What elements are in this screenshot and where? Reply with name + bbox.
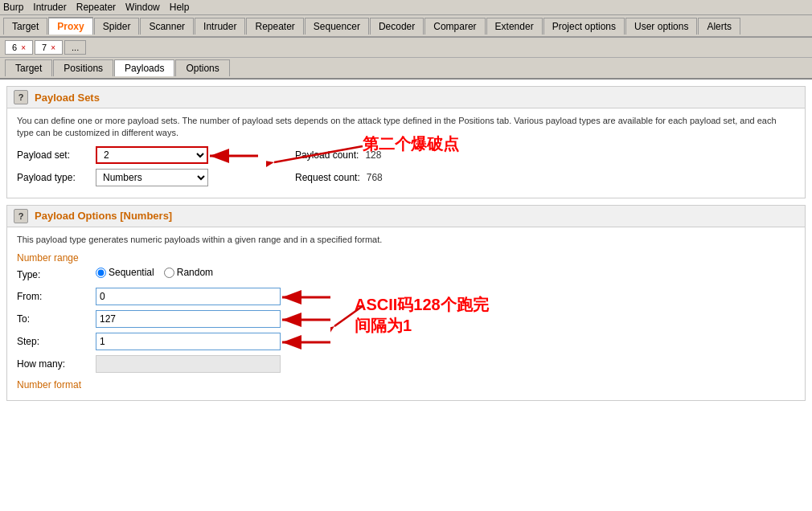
payload-options-panel: ? Payload Options [Numbers] This payload… <box>6 205 806 401</box>
payload-sets-panel: ? Payload Sets You can define one or mor… <box>6 86 806 198</box>
from-input[interactable] <box>96 288 281 305</box>
payload-set-arrow <box>202 145 266 167</box>
step-input[interactable] <box>96 333 281 350</box>
payload-options-annotation: ASCII码128个跑完间隔为1 <box>355 294 489 336</box>
menu-help[interactable]: Help <box>170 2 190 13</box>
random-radio[interactable] <box>164 268 174 278</box>
section-tab-options[interactable]: Options <box>175 59 229 76</box>
payload-sets-help-button[interactable]: ? <box>14 90 28 104</box>
from-arrow <box>274 289 338 305</box>
number-range-label: Number range <box>17 252 795 264</box>
payload-type-label: Payload type: <box>17 172 89 183</box>
menu-intruder[interactable]: Intruder <box>33 2 66 13</box>
how-many-label: How many: <box>17 358 89 370</box>
payload-set-label: Payload set: <box>17 149 89 161</box>
tab-target[interactable]: Target <box>3 18 47 35</box>
to-label: To: <box>17 313 89 325</box>
tab-project-options[interactable]: Project options <box>543 18 625 35</box>
payload-set-select[interactable]: 2 1 <box>96 146 208 164</box>
tab-sequencer[interactable]: Sequencer <box>305 18 369 35</box>
main-content: ? Payload Sets You can define one or mor… <box>0 80 812 511</box>
menu-window[interactable]: Window <box>125 2 160 13</box>
payload-options-description: This payload type generates numeric payl… <box>17 234 795 246</box>
subtabs-bar: 6 × 7 × ... <box>0 38 812 58</box>
tab-repeater[interactable]: Repeater <box>246 18 303 35</box>
tab-spider[interactable]: Spider <box>94 18 140 35</box>
sequential-label: Sequential <box>109 267 154 278</box>
payload-set-row: Payload set: 2 1 Payload count: 128 <box>17 146 795 164</box>
tab-intruder[interactable]: Intruder <box>195 18 245 35</box>
payload-sets-header: ? Payload Sets <box>7 87 805 108</box>
menu-bar: Burp Intruder Repeater Window Help <box>0 0 812 15</box>
svg-line-9 <box>334 306 363 326</box>
section-tab-positions[interactable]: Positions <box>53 59 113 76</box>
to-row: To: ASCII码128个跑完间隔为1 <box>17 310 795 328</box>
sequential-radio[interactable] <box>96 268 106 278</box>
menu-repeater[interactable]: Repeater <box>76 2 116 13</box>
annotation-arrow-1 <box>266 140 371 169</box>
subtab-6[interactable]: 6 × <box>5 40 33 55</box>
tab-user-options[interactable]: User options <box>625 18 697 35</box>
subtab-7[interactable]: 7 × <box>35 40 63 55</box>
payload-options-title: Payload Options [Numbers] <box>35 210 172 222</box>
tab-extender[interactable]: Extender <box>486 18 543 35</box>
from-label: From: <box>17 291 89 302</box>
subtab-more[interactable]: ... <box>64 40 86 55</box>
section-tab-target[interactable]: Target <box>5 59 52 76</box>
type-radio-group: Sequential Random <box>96 267 213 278</box>
payload-type-select[interactable]: Numbers Simple list <box>96 169 208 186</box>
tab-scanner[interactable]: Scanner <box>140 18 194 35</box>
how-many-input[interactable] <box>96 355 281 373</box>
section-tab-payloads[interactable]: Payloads <box>114 59 174 76</box>
sequential-option[interactable]: Sequential <box>96 267 154 278</box>
top-tabs-bar: Target Proxy Spider Scanner Intruder Rep… <box>0 15 812 38</box>
random-label: Random <box>177 267 213 278</box>
subtab-6-close[interactable]: × <box>21 43 26 52</box>
payload-sets-title: Payload Sets <box>35 92 100 104</box>
tab-proxy[interactable]: Proxy <box>48 17 92 35</box>
step-label: Step: <box>17 336 89 347</box>
request-count-label: Request count: <box>295 172 360 183</box>
step-row: Step: <box>17 333 795 350</box>
payload-type-row: Payload type: Numbers Simple list Reques… <box>17 169 795 186</box>
step-arrow <box>274 334 338 350</box>
payload-options-body: This payload type generates numeric payl… <box>7 227 805 400</box>
svg-line-3 <box>274 146 363 162</box>
payload-options-help-button[interactable]: ? <box>14 209 28 223</box>
random-option[interactable]: Random <box>164 267 213 278</box>
request-count-value: 768 <box>367 172 383 183</box>
tab-decoder[interactable]: Decoder <box>370 18 424 35</box>
payload-sets-body: You can define one or more payload sets.… <box>7 108 805 198</box>
to-arrow <box>274 312 338 328</box>
to-input[interactable] <box>96 310 281 328</box>
section-tabs-bar: Target Positions Payloads Options <box>0 58 812 80</box>
how-many-row: How many: <box>17 355 795 373</box>
tab-comparer[interactable]: Comparer <box>424 18 485 35</box>
type-row: Type: Sequential Random <box>17 267 795 283</box>
payload-sets-annotation: 第二个爆破点 <box>363 133 459 155</box>
subtab-7-close[interactable]: × <box>51 43 55 52</box>
type-label: Type: <box>17 269 89 280</box>
menu-burp[interactable]: Burp <box>3 2 23 13</box>
tab-alerts[interactable]: Alerts <box>698 18 740 35</box>
payload-options-header: ? Payload Options [Numbers] <box>7 206 805 227</box>
number-format-label: Number format <box>17 379 795 390</box>
